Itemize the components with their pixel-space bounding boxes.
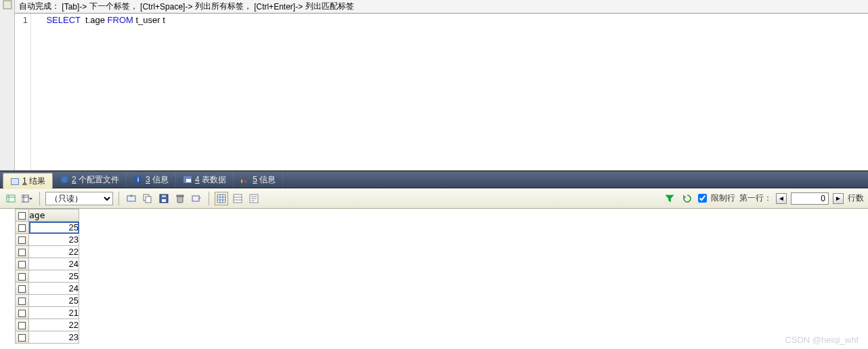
prev-page-button[interactable]: ◄ <box>776 193 787 204</box>
tab-result[interactable]: 1 结果 <box>3 173 53 189</box>
hint-key-ctrl-enter: [Ctrl+Enter]-> <box>254 2 303 12</box>
table-row[interactable]: 25 <box>16 295 79 307</box>
sql-editor-panel: 自动完成： [Tab]-> 下一个标签， [Ctrl+Space]-> 列出所有… <box>0 0 868 171</box>
toolbar-separator <box>39 192 40 205</box>
first-row-input[interactable] <box>791 192 829 205</box>
filter-button[interactable] <box>663 192 676 205</box>
hint-text-2: 列出所有标签， <box>195 1 252 12</box>
cell-age[interactable]: 25 <box>29 222 79 234</box>
svg-rect-10 <box>192 196 199 201</box>
table-row[interactable]: 24 <box>16 258 79 270</box>
code-editor[interactable]: 1 SELECT t.age FROM t_user t <box>15 14 868 170</box>
table-row[interactable]: 21 <box>16 307 79 319</box>
toolbar-separator <box>118 192 119 205</box>
trash-icon <box>175 194 185 203</box>
result-tabstrip: 1 结果 2 个配置文件 i 3 信息 4 表数据 5 信息 <box>0 171 868 188</box>
editor-left-strip <box>0 0 15 170</box>
tab-label: 个配置文件 <box>79 175 119 184</box>
refresh-button[interactable] <box>680 192 694 205</box>
row-count-label: 行数 <box>848 192 864 204</box>
toolbar-separator <box>209 192 209 205</box>
line-number: 1 <box>15 15 28 25</box>
tab-label: 表数据 <box>202 175 226 184</box>
text-mode-icon <box>249 194 259 203</box>
duplicate-row-button[interactable] <box>141 192 154 205</box>
cell-age[interactable]: 24 <box>29 283 79 295</box>
cell-age[interactable]: 22 <box>29 319 79 331</box>
tab-num: 3 <box>146 175 150 184</box>
tab-num: 1 <box>22 176 27 186</box>
row-selector[interactable] <box>16 258 29 270</box>
limit-rows-checkbox[interactable] <box>698 194 707 203</box>
table-row[interactable]: 22 <box>16 319 79 331</box>
svg-rect-11 <box>217 194 225 203</box>
cell-age[interactable]: 23 <box>29 331 79 344</box>
result-grid-area: age 25232224252425212223 CSDN @heiqi_whf <box>0 209 868 349</box>
tab-info[interactable]: i 3 信息 <box>127 171 176 188</box>
text-mode-button[interactable] <box>247 192 261 205</box>
export-grid-button[interactable] <box>4 192 18 205</box>
table-row[interactable]: 25 <box>16 222 79 234</box>
grid-mode-button[interactable] <box>215 192 228 205</box>
edit-mode-select[interactable]: （只读） <box>45 192 113 205</box>
row-selector[interactable] <box>16 295 29 307</box>
cell-age[interactable]: 25 <box>29 295 79 307</box>
svg-rect-5 <box>146 197 151 203</box>
row-selector[interactable] <box>16 234 29 246</box>
table-row[interactable]: 24 <box>16 283 79 295</box>
table-row[interactable]: 23 <box>16 331 79 344</box>
cell-age[interactable]: 24 <box>29 258 79 270</box>
svg-rect-8 <box>162 195 166 197</box>
row-selector[interactable] <box>16 319 29 331</box>
insert-row-button[interactable] <box>125 192 138 205</box>
table-row[interactable]: 23 <box>16 234 79 246</box>
grid-view-dropdown[interactable] <box>20 192 34 205</box>
tab-tabledata[interactable]: 4 表数据 <box>176 171 234 188</box>
tab-profiles[interactable]: 2 个配置文件 <box>53 171 127 188</box>
row-selector[interactable] <box>16 222 29 234</box>
cell-age[interactable]: 22 <box>29 246 79 258</box>
svg-rect-2 <box>22 195 28 202</box>
hint-text-1: 下一个标签， <box>89 1 138 12</box>
column-header-age[interactable]: age <box>29 209 79 222</box>
refresh-icon <box>682 194 692 203</box>
globe-icon <box>60 175 69 184</box>
table-row[interactable]: 25 <box>16 270 79 283</box>
row-selector[interactable] <box>16 307 29 319</box>
table-row[interactable]: 22 <box>16 246 79 258</box>
row-selector[interactable] <box>16 331 29 344</box>
form-mode-button[interactable] <box>231 192 244 205</box>
row-selector[interactable] <box>16 283 29 295</box>
grid-icon <box>10 177 20 186</box>
insert-row-icon <box>127 194 136 203</box>
grid-mode-icon <box>217 194 226 203</box>
delete-row-button[interactable] <box>173 192 187 205</box>
tab-label: 信息 <box>152 175 169 184</box>
keyword-from: FROM <box>108 15 133 25</box>
save-button[interactable] <box>157 192 171 205</box>
row-selector[interactable] <box>16 246 29 258</box>
cell-age[interactable]: 21 <box>29 307 79 319</box>
row-selector[interactable] <box>16 270 29 283</box>
cancel-button[interactable] <box>190 192 203 205</box>
svg-rect-1 <box>7 195 15 202</box>
cell-age[interactable]: 25 <box>29 270 79 283</box>
result-toolbar: （只读） 限制行 第一行： ◄ ► 行数 <box>0 188 868 209</box>
hint-key-tab: [Tab]-> <box>62 2 87 12</box>
sql-expr: t.age <box>81 15 108 25</box>
tab-num: 5 <box>253 175 257 184</box>
limit-rows-label: 限制行 <box>711 192 735 204</box>
tab-label: 信息 <box>259 175 276 184</box>
grid-corner[interactable] <box>16 209 29 222</box>
next-page-button[interactable]: ► <box>833 193 844 204</box>
hint-prefix: 自动完成： <box>19 1 60 12</box>
grid-dropdown-icon <box>22 194 32 203</box>
table-export-icon <box>6 194 16 203</box>
spreadsheet-icon <box>183 175 192 184</box>
cell-age[interactable]: 23 <box>29 234 79 246</box>
info-icon: i <box>133 175 143 184</box>
result-grid[interactable]: age 25232224252425212223 <box>15 209 79 344</box>
tab-info-2[interactable]: 5 信息 <box>234 171 283 188</box>
chart-icon <box>240 175 250 184</box>
sql-text[interactable]: SELECT t.age FROM t_user t <box>31 14 868 170</box>
